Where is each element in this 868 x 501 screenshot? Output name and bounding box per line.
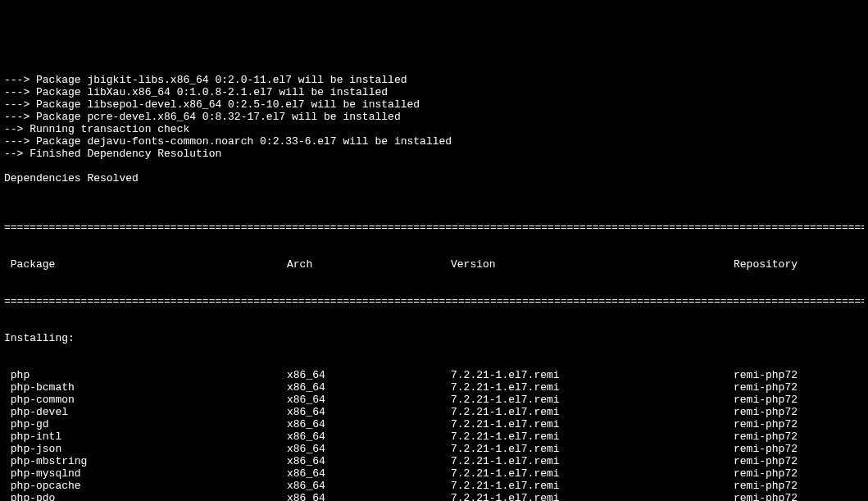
package-repo: remi-php72 [734,394,868,406]
package-version: 7.2.21-1.el7.remi [451,455,734,467]
divider-top: ========================================… [4,221,864,234]
package-version: 7.2.21-1.el7.remi [451,430,734,443]
package-version: 7.2.21-1.el7.remi [451,369,734,381]
package-arch: x86_64 [287,430,451,443]
table-header: Package Arch Version Repository [4,258,864,271]
preamble-line: ---> Package libsepol-devel.x86_64 0:2.5… [4,98,864,111]
package-repo: remi-php72 [734,418,868,430]
package-name: php-intl [4,430,287,443]
package-arch: x86_64 [287,394,451,406]
package-name: php-json [4,443,287,455]
package-name: php-opcache [4,480,287,492]
package-repo: remi-php72 [734,381,868,394]
preamble-lines: ---> Package jbigkit-libs.x86_64 0:2.0-1… [4,74,864,197]
package-row: phpx86_647.2.21-1.el7.remiremi-php72 [4,369,864,381]
package-repo: remi-php72 [734,480,868,492]
package-version: 7.2.21-1.el7.remi [451,467,734,480]
package-version: 7.2.21-1.el7.remi [451,394,734,406]
package-version: 7.2.21-1.el7.remi [451,443,734,455]
package-name: php [4,369,287,381]
package-arch: x86_64 [287,443,451,455]
preamble-line [4,160,864,172]
header-package: Package [4,258,287,271]
package-row: php-mbstringx86_647.2.21-1.el7.remiremi-… [4,455,864,467]
package-version: 7.2.21-1.el7.remi [451,406,734,418]
package-name: php-bcmath [4,381,287,394]
section-installing: Installing: [4,332,864,344]
package-repo: remi-php72 [734,406,868,418]
package-arch: x86_64 [287,492,451,501]
header-arch: Arch [287,258,451,271]
package-repo: remi-php72 [734,455,868,467]
package-row: php-opcachex86_647.2.21-1.el7.remiremi-p… [4,480,864,492]
preamble-line: Dependencies Resolved [4,172,864,184]
package-repo: remi-php72 [734,492,868,501]
package-row: php-commonx86_647.2.21-1.el7.remiremi-ph… [4,394,864,406]
preamble-line: ---> Package dejavu-fonts-common.noarch … [4,135,864,148]
terminal-output: ---> Package jbigkit-libs.x86_64 0:2.0-1… [0,49,868,501]
package-row: php-jsonx86_647.2.21-1.el7.remiremi-php7… [4,443,864,455]
preamble-line: --> Finished Dependency Resolution [4,148,864,160]
installing-list: phpx86_647.2.21-1.el7.remiremi-php72 php… [4,369,864,501]
package-name: php-mbstring [4,455,287,467]
package-arch: x86_64 [287,480,451,492]
package-version: 7.2.21-1.el7.remi [451,480,734,492]
package-arch: x86_64 [287,381,451,394]
header-repository: Repository [734,258,868,271]
package-name: php-gd [4,418,287,430]
preamble-line [4,184,864,197]
package-arch: x86_64 [287,369,451,381]
package-name: php-mysqlnd [4,467,287,480]
preamble-line: ---> Package libXau.x86_64 0:1.0.8-2.1.e… [4,86,864,98]
preamble-line: --> Running transaction check [4,123,864,135]
package-version: 7.2.21-1.el7.remi [451,381,734,394]
package-row: php-mysqlndx86_647.2.21-1.el7.remiremi-p… [4,467,864,480]
package-name: php-devel [4,406,287,418]
package-repo: remi-php72 [734,443,868,455]
header-version: Version [451,258,734,271]
package-row: php-gdx86_647.2.21-1.el7.remiremi-php72 [4,418,864,430]
package-name: php-pdo [4,492,287,501]
divider-bottom: ========================================… [4,295,864,307]
package-arch: x86_64 [287,406,451,418]
package-repo: remi-php72 [734,467,868,480]
package-row: php-bcmathx86_647.2.21-1.el7.remiremi-ph… [4,381,864,394]
package-row: php-intlx86_647.2.21-1.el7.remiremi-php7… [4,430,864,443]
package-repo: remi-php72 [734,430,868,443]
package-row: php-pdox86_647.2.21-1.el7.remiremi-php72 [4,492,864,501]
preamble-line: ---> Package jbigkit-libs.x86_64 0:2.0-1… [4,74,864,86]
package-name: php-common [4,394,287,406]
package-arch: x86_64 [287,418,451,430]
package-version: 7.2.21-1.el7.remi [451,492,734,501]
package-arch: x86_64 [287,455,451,467]
package-version: 7.2.21-1.el7.remi [451,418,734,430]
preamble-line: ---> Package pcre-devel.x86_64 0:8.32-17… [4,111,864,123]
package-row: php-develx86_647.2.21-1.el7.remiremi-php… [4,406,864,418]
package-repo: remi-php72 [734,369,868,381]
package-arch: x86_64 [287,467,451,480]
